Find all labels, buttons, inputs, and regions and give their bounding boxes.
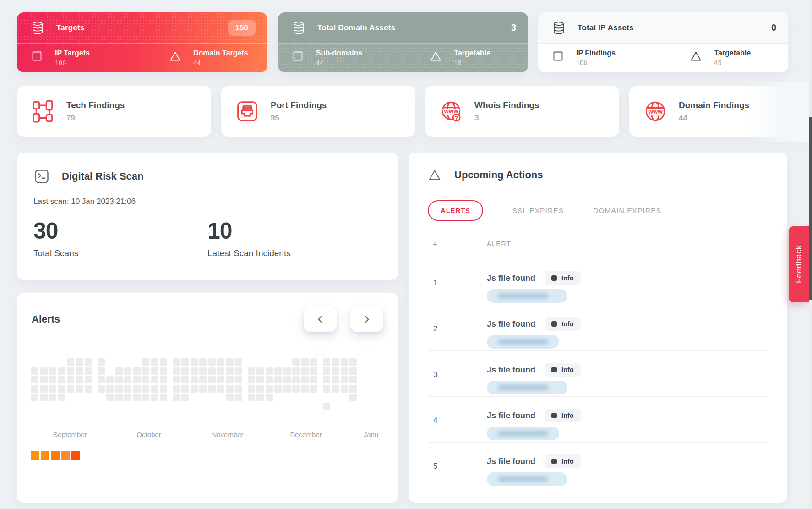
- whois-findings-card[interactable]: www ? Whois Findings 3: [425, 86, 619, 137]
- heatmap-cell: [217, 358, 224, 366]
- heatmap-cell: [133, 394, 141, 401]
- heatmap-cell: [199, 358, 207, 366]
- heatmap-cell: [191, 376, 198, 383]
- svg-text:?: ?: [455, 115, 458, 121]
- stat-value: 106: [576, 59, 616, 66]
- summary-card-body: IP Targets 106 Domain Targets 44: [17, 44, 267, 72]
- square-icon: [31, 50, 43, 62]
- redacted-domain-link[interactable]: [487, 381, 567, 394]
- targetable-stat: Targetable 45: [690, 49, 751, 66]
- heatmap-cell: [217, 394, 224, 401]
- severity-dot-icon: [551, 459, 557, 464]
- severity-label: Info: [561, 412, 574, 419]
- heatmap-cell: [301, 403, 309, 410]
- heatmap-cell: [67, 394, 74, 401]
- heatmap-cell: [349, 394, 357, 401]
- heatmap-cell: [181, 358, 189, 366]
- stat-value: 45: [714, 59, 751, 66]
- heatmap-cell: [323, 394, 330, 401]
- scrollbar-thumb[interactable]: [809, 117, 812, 300]
- heatmap-cell: [256, 367, 264, 375]
- targets-count-badge: 150: [228, 20, 256, 36]
- heatmap-cell: [124, 394, 131, 401]
- heatmap-cell: [341, 376, 348, 383]
- heatmap-cell: [332, 358, 339, 366]
- domain-targets-stat: Domain Targets 44: [169, 49, 248, 66]
- tech-findings-card[interactable]: Tech Findings 79: [17, 86, 211, 137]
- heatmap-next-button[interactable]: [350, 306, 383, 332]
- tab-domain-expires[interactable]: DOMAIN EXPIRES: [593, 207, 661, 215]
- ip-findings-stat: IP Findings 106: [552, 49, 690, 66]
- legend-swatch: [51, 451, 60, 460]
- summary-card-header: Total IP Assets 0: [538, 12, 788, 44]
- heatmap-cell: [58, 367, 65, 375]
- row-number: 3: [433, 370, 487, 389]
- heatmap-cell: [58, 385, 65, 393]
- heatmap-cell: [323, 367, 330, 375]
- heatmap-cell: [85, 385, 92, 393]
- heatmap-cell: [274, 385, 282, 393]
- square-icon: [552, 50, 564, 62]
- heatmap-cell: [142, 385, 149, 393]
- heatmap-cell: [199, 403, 207, 410]
- heatmap-cell: [226, 367, 234, 375]
- triangle-icon: [430, 50, 442, 62]
- heatmap-cell: [226, 394, 234, 401]
- alerts-table: # ALERT 1 Js file found Info 2 Js file f…: [428, 240, 768, 488]
- redacted-domain-link[interactable]: [487, 289, 567, 303]
- alert-title: Js file found: [487, 457, 535, 466]
- whois-globe-icon: www ?: [440, 100, 463, 123]
- heatmap-cell: [292, 394, 300, 401]
- summary-card-header: Targets 150: [17, 12, 267, 44]
- heatmap-cell: [310, 385, 317, 393]
- heatmap-cell: [85, 403, 92, 410]
- tab-ssl-expires[interactable]: SSL EXPIRES: [512, 207, 564, 215]
- heatmap-cell: [142, 394, 149, 401]
- heatmap-cell: [349, 358, 357, 366]
- heatmap-cell: [49, 385, 56, 393]
- severity-label: Info: [561, 274, 574, 282]
- scrollbar-track[interactable]: [809, 0, 812, 509]
- feedback-button[interactable]: Feedback: [789, 226, 809, 302]
- table-row: 1 Js file found Info: [428, 259, 768, 305]
- heatmap-cell: [208, 394, 216, 401]
- heatmap-cell: [181, 385, 189, 393]
- heatmap-cell: [208, 376, 216, 383]
- heatmap-cell: [181, 403, 189, 410]
- severity-badge: Info: [545, 409, 581, 422]
- heatmap-cell: [76, 403, 83, 410]
- redacted-domain-link[interactable]: [487, 472, 567, 486]
- heatmap-cell: [208, 403, 216, 410]
- heatmap-prev-button[interactable]: [304, 306, 337, 332]
- heatmap-cell: [256, 358, 264, 366]
- month-label: Janu: [364, 431, 379, 438]
- heatmap-cell: [266, 385, 273, 393]
- stat-value: 44: [193, 59, 248, 66]
- heatmap-cell: [235, 376, 242, 383]
- heatmap-cell: [256, 403, 264, 410]
- severity-dot-icon: [551, 413, 557, 418]
- heatmap-cell: [266, 358, 273, 366]
- panel-title: Digital Risk Scan: [62, 170, 144, 182]
- heatmap-cell: [106, 403, 114, 410]
- heatmap-cell: [49, 367, 56, 375]
- legend-swatch: [41, 451, 49, 460]
- stat-value: 44: [316, 59, 362, 66]
- chevron-left-icon: [315, 314, 325, 324]
- tab-alerts[interactable]: ALERTS: [428, 200, 483, 221]
- heatmap-cell: [323, 403, 330, 410]
- database-icon: [552, 21, 566, 35]
- heatmap-cell: [266, 394, 273, 401]
- heatmap-cell: [191, 403, 198, 410]
- redacted-domain-link[interactable]: [487, 427, 559, 440]
- port-findings-card[interactable]: Port Findings 95: [221, 86, 415, 137]
- heatmap-cell: [266, 367, 273, 375]
- subdomains-stat: Sub-domains 44: [292, 49, 430, 66]
- heatmap-cell: [31, 385, 38, 393]
- heatmap-cell: [173, 367, 180, 375]
- domain-assets-count: 3: [511, 22, 516, 33]
- heatmap-cell: [31, 394, 38, 401]
- stat-number: 10: [207, 218, 381, 244]
- heatmap-cell: [323, 385, 330, 393]
- redacted-domain-link[interactable]: [487, 335, 559, 349]
